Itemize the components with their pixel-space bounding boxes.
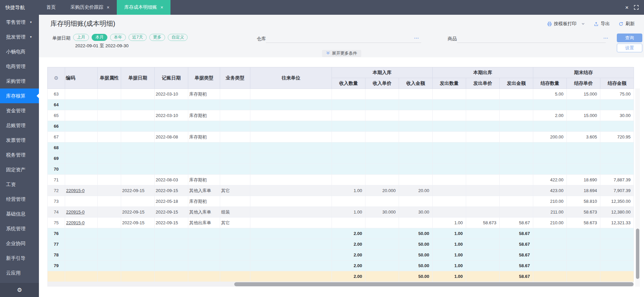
table-row[interactable]: 75220915-02022-09-152022-09-15其他出库单其它1.0… (48, 218, 634, 228)
cell-book_date: 2022-08-08 (155, 132, 188, 142)
cell-bal_price (567, 239, 600, 250)
date-pill-5[interactable]: 更多 (149, 34, 165, 41)
cell-book_date: 2022-03-10 (155, 110, 188, 121)
sub-header-2-3: 发出金额 (500, 78, 533, 89)
table-row[interactable]: 2.0050.001.0058.67 (48, 271, 634, 282)
table-row[interactable]: 68 (48, 142, 634, 153)
sidebar-item-3[interactable]: 小畅电商 (0, 44, 39, 59)
cell-attr (98, 250, 121, 260)
export-button[interactable]: 导出 (594, 21, 610, 27)
quick-nav-button[interactable]: 快捷导航 (0, 0, 39, 15)
table-row[interactable]: 732022-05-18库存期初210.0058.81012,350.00 (48, 196, 634, 207)
sidebar-item-5[interactable]: 采购管理 (0, 74, 39, 88)
date-pill-6[interactable]: 自定义 (168, 34, 188, 41)
sidebar-item-7[interactable]: 资金管理 (0, 103, 39, 118)
cell-doc_type: 其他出库单 (188, 218, 220, 228)
date-pill-2[interactable]: 本月 (92, 34, 107, 41)
table-row[interactable]: 712022-08-03库存期初422.0018.6907,887.39 (48, 175, 634, 185)
cell-doc_date (121, 121, 155, 132)
print-by-template-button[interactable]: 按模板打印 (547, 21, 585, 27)
cell-doc_type (188, 228, 220, 239)
sidebar-item-11[interactable]: 固定资产 (0, 162, 39, 177)
table-row[interactable]: 74220915-02022-09-152022-09-15其他入库单组装1.0… (48, 207, 634, 218)
table-row[interactable]: 66 (48, 121, 634, 132)
cell-biz_type (220, 89, 250, 100)
table-row[interactable]: 792.0050.001.0058.67 (48, 260, 634, 271)
table-gear-icon[interactable]: ⚙ (54, 75, 58, 81)
sidebar-item-6[interactable]: 库存核算 (0, 88, 39, 103)
sidebar-item-1[interactable]: 零售管理▼ (0, 15, 39, 29)
table-row[interactable]: 772.0050.001.0058.67 (48, 239, 634, 250)
cell-code (65, 196, 98, 207)
cell-bal_price: 15.000 (567, 89, 600, 100)
warehouse-picker-ellipsis-icon[interactable]: ... (414, 34, 419, 40)
sidebar-item-13[interactable]: 经营管理 (0, 192, 39, 206)
cell-biz_type (220, 110, 250, 121)
cell-bal_qty: 210.00 (533, 218, 567, 228)
tab-3[interactable]: 库存成本明细账× (117, 0, 170, 15)
settings-button[interactable]: 设置 (617, 44, 642, 52)
cell-out_price (466, 110, 500, 121)
table-row[interactable]: 70 (48, 164, 634, 175)
sidebar-item-10[interactable]: 税务管理 (0, 147, 39, 162)
sidebar-item-15[interactable]: 系统管理 (0, 221, 39, 236)
date-pill-4[interactable]: 近7天 (129, 34, 147, 41)
horizontal-scrollbar-thumb[interactable] (234, 282, 634, 286)
sidebar-item-8[interactable]: 总账管理 (0, 118, 39, 133)
refresh-button[interactable]: 刷新 (618, 21, 635, 27)
table-row[interactable]: 69 (48, 153, 634, 164)
sidebar-item-label: 系统管理 (6, 226, 26, 232)
table-row[interactable]: 652022-03-10库存期初2.0015.00030.00 (48, 110, 634, 121)
query-button[interactable]: 查询 (617, 34, 642, 42)
cell-doc_date (121, 153, 155, 164)
export-label: 导出 (601, 21, 610, 27)
cell-doc_type (188, 260, 220, 271)
document-code-link[interactable]: 220915-0 (66, 188, 85, 193)
tab-2[interactable]: 采购历史价跟踪× (63, 0, 117, 15)
table-row[interactable]: 632022-03-10库存期初5.0015.00075.00 (48, 89, 634, 100)
sidebar-item-4[interactable]: 电商管理 (0, 59, 39, 74)
fullscreen-icon[interactable] (634, 5, 639, 10)
cell-bal_qty (533, 164, 567, 175)
cell-doc_type (188, 153, 220, 164)
cell-doc_type (188, 271, 220, 282)
sidebar-item-18[interactable]: 云应用 (0, 265, 39, 280)
cell-book_date (155, 164, 188, 175)
settings-gear-icon[interactable]: ⚙ (17, 287, 22, 294)
close-icon[interactable]: × (625, 5, 629, 10)
app-window: 快捷导航 首页采购历史价跟踪×库存成本明细账× × 零售管理▼批发管理▼小畅电商… (0, 0, 644, 297)
cell-biz_type (220, 164, 250, 175)
table-row[interactable]: 72220915-02022-09-152022-09-15其他入库单其它1.0… (48, 185, 634, 196)
warehouse-input[interactable] (266, 36, 421, 43)
sidebar-item-2[interactable]: 批发管理▼ (0, 29, 39, 44)
tab-1[interactable]: 首页 (39, 0, 63, 15)
table-row[interactable]: 762.0050.001.0058.67 (48, 228, 634, 239)
cell-out_amt: 58.67 (500, 239, 533, 250)
product-picker-ellipsis-icon[interactable]: ... (603, 34, 608, 40)
date-pill-1[interactable]: 上月 (73, 34, 89, 41)
cell-attr (98, 89, 121, 100)
tab-close-icon[interactable]: × (160, 5, 163, 10)
document-code-link[interactable]: 220915-0 (66, 220, 85, 225)
cell-out_qty (433, 132, 466, 142)
sidebar-item-16[interactable]: 企业协同 (0, 236, 39, 251)
document-code-link[interactable]: 220915-0 (66, 210, 85, 215)
sidebar-item-label: 电商管理 (6, 63, 26, 70)
vertical-scrollbar-thumb[interactable] (636, 229, 639, 279)
export-icon (594, 21, 599, 26)
sidebar-item-17[interactable]: 新手引导 (0, 251, 39, 265)
tab-label: 采购历史价跟踪 (70, 4, 103, 10)
sidebar-item-9[interactable]: 发票管理 (0, 133, 39, 147)
tab-close-icon[interactable]: × (107, 5, 109, 10)
chevron-down-icon[interactable] (581, 22, 585, 26)
sidebar-item-12[interactable]: 工资 (0, 177, 39, 192)
table-row[interactable]: 672022-08-08库存期初200.003.605720.95 (48, 132, 634, 142)
product-input[interactable] (457, 36, 606, 43)
expand-more-conditions-button[interactable]: 展开更多条件 (322, 50, 361, 57)
date-pill-3[interactable]: 本年 (110, 34, 126, 41)
table-row[interactable]: 782.0050.001.0058.67 (48, 250, 634, 260)
cell-attr (98, 121, 121, 132)
sidebar-item-14[interactable]: 基础信息 (0, 206, 39, 221)
horizontal-scrollbar-track[interactable] (47, 282, 634, 287)
table-row[interactable]: 64 (48, 100, 634, 110)
